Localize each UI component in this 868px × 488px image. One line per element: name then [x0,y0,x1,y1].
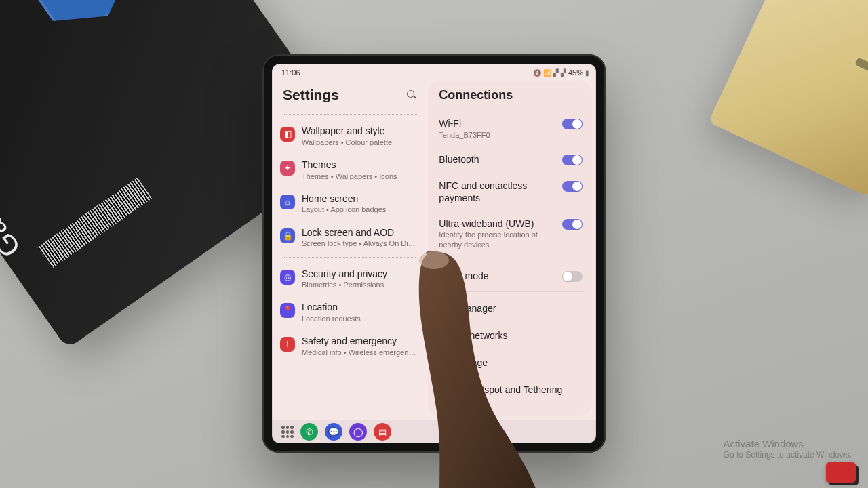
subscribe-badge-icon [826,462,856,483]
category-icon: 📍 [280,303,295,318]
messages-app-icon[interactable]: 💬 [325,423,342,441]
category-subtitle: Screen lock type • Always On Display [302,239,417,248]
category-title: Themes [302,159,397,171]
settings-category-item[interactable]: ✦ThemesThemes • Wallpapers • Icons [279,154,421,188]
settings-nav-column: Settings ◧Wallpaper and styleWallpapers … [276,80,424,420]
row-title: NFC and contactless payments [439,180,555,204]
category-icon: ◧ [280,127,295,142]
connection-toggle-row[interactable]: Wi-FiTenda_B73FF0 [439,110,583,146]
category-subtitle: Biometrics • Permissions [302,280,387,289]
category-title: Security and privacy [302,268,387,281]
device-frame: 11:06 🔇 📶 ▞ ▞ 45% ▮ Settings ◧Wallpaper … [262,54,606,453]
wifi-icon: 📶 [543,69,551,77]
connections-list: Wi-FiTenda_B73FF0BluetoothNFC and contac… [439,110,583,403]
signal-icon: ▞ [553,69,559,77]
connection-link-row[interactable]: Mobile Hotspot and Tethering [439,376,583,403]
divider [439,291,583,292]
row-title: Flight mode [439,270,555,282]
status-right: 🔇 📶 ▞ ▞ 45% ▮ [533,68,589,77]
connection-link-row[interactable]: Data usage [439,349,583,376]
category-subtitle: Wallpapers • Colour palette [302,138,392,147]
category-title: Safety and emergency [302,336,417,348]
connection-link-row[interactable]: SIM manager [439,295,583,322]
browser-app-icon[interactable]: ◯ [349,423,367,441]
connection-link-row[interactable]: Mobile networks [439,322,583,349]
battery-icon: ▮ [585,69,589,77]
settings-category-item[interactable]: !Safety and emergencyMedical info • Wire… [279,330,421,364]
panel-title: Connections [439,88,583,102]
barcode-icon [37,178,152,268]
settings-category-item[interactable]: 📍LocationLocation requests [279,296,421,330]
battery-percent: 45% [568,68,583,77]
windows-activation-watermark: Activate Windows Go to Settings to activ… [724,437,852,461]
divider [284,257,416,258]
apps-grid-icon[interactable] [281,426,294,438]
wood-block [709,0,868,197]
category-title: Location [302,302,361,314]
status-time: 11:06 [281,68,300,77]
row-title: Ultra-wideband (UWB) [439,218,555,230]
category-icon: 🔒 [280,228,295,243]
product-box-brand: Galaxy Z Fold6 [0,79,27,263]
category-subtitle: Layout • App icon badges [302,205,386,214]
toggle-switch[interactable] [562,119,583,129]
toggle-switch[interactable] [562,219,583,230]
row-title: Bluetooth [439,153,555,165]
divider [284,114,418,115]
settings-category-item[interactable]: ⌂Home screenLayout • App icon badges [279,188,421,222]
category-icon: ◎ [280,270,295,285]
device-screen: 11:06 🔇 📶 ▞ ▞ 45% ▮ Settings ◧Wallpaper … [272,64,596,443]
watermark-line2: Go to Settings to activate Windows. [724,450,852,461]
toggle-switch[interactable] [562,271,583,282]
mute-icon: 🔇 [533,69,541,77]
category-icon: ✦ [280,161,295,176]
taskbar: ✆ 💬 ◯ ▤ [272,420,596,443]
category-subtitle: Themes • Wallpapers • Icons [302,171,397,181]
connection-toggle-row[interactable]: Bluetooth [439,146,583,172]
row-title: Wi-Fi [439,117,555,129]
settings-title: Settings [283,87,339,103]
toggle-switch[interactable] [562,155,583,165]
row-subtitle: Identify the precise location of nearby … [439,230,555,250]
category-icon: ⌂ [280,195,295,209]
signal-icon-2: ▞ [561,69,566,77]
connection-toggle-row[interactable]: Ultra-wideband (UWB)Identify the precise… [439,211,583,257]
detail-panel: Connections Wi-FiTenda_B73FF0BluetoothNF… [428,81,592,416]
category-title: Wallpaper and style [302,125,392,138]
phone-app-icon[interactable]: ✆ [300,423,318,441]
category-subtitle: Location requests [302,314,361,323]
category-subtitle: Medical info • Wireless emergency alerts [302,348,417,357]
connection-toggle-row[interactable]: Flight mode [439,263,583,289]
warranty-badge: MONTHS WARRANTY FOR AFRICA [5,0,147,43]
settings-category-list: ◧Wallpaper and styleWallpapers • Colour … [279,120,424,420]
category-title: Home screen [302,193,386,205]
settings-category-item[interactable]: ◎Security and privacyBiometrics • Permis… [279,263,421,297]
connection-toggle-row[interactable]: NFC and contactless payments [439,173,583,211]
category-title: Lock screen and AOD [302,227,417,239]
search-icon[interactable] [405,88,418,102]
toggle-switch[interactable] [562,181,583,192]
category-icon: ! [280,337,295,352]
row-subtitle: Tenda_B73FF0 [439,130,555,140]
divider [439,260,583,260]
status-bar: 11:06 🔇 📶 ▞ ▞ 45% ▮ [272,64,596,80]
settings-category-item[interactable]: 🔒Lock screen and AODScreen lock type • A… [279,222,421,256]
watermark-line1: Activate Windows [724,437,852,451]
settings-category-item[interactable]: ◧Wallpaper and styleWallpapers • Colour … [279,120,421,154]
news-app-icon[interactable]: ▤ [374,423,391,441]
